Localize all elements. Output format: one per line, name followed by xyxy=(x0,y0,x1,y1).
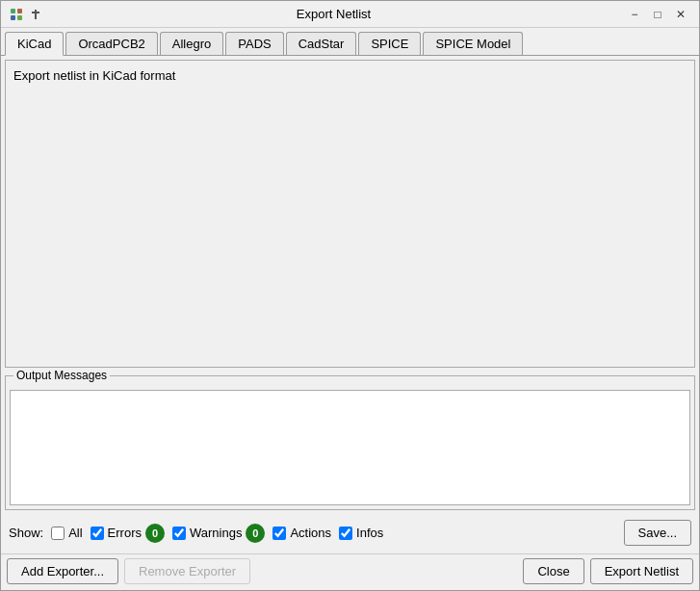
tab-spice-model[interactable]: SPICE Model xyxy=(423,32,523,55)
warnings-badge: 0 xyxy=(246,524,265,543)
tab-panel: Export netlist in KiCad format xyxy=(5,60,695,368)
tab-orcadpcb2[interactable]: OrcadPCB2 xyxy=(65,32,157,55)
tab-cadstar[interactable]: CadStar xyxy=(286,32,357,55)
minimize-button[interactable]: − xyxy=(624,4,645,25)
checkbox-warnings: Warnings 0 xyxy=(172,524,265,543)
add-exporter-button[interactable]: Add Exporter... xyxy=(7,558,118,584)
export-netlist-button[interactable]: Export Netlist xyxy=(590,558,693,584)
checkbox-infos: Infos xyxy=(339,526,383,540)
svg-rect-0 xyxy=(11,9,15,13)
checkbox-errors-label: Errors xyxy=(108,526,142,540)
checkbox-errors: Errors 0 xyxy=(91,524,165,543)
checkbox-infos-label: Infos xyxy=(356,526,383,540)
window-title: Export Netlist xyxy=(43,7,624,21)
output-messages-section: Output Messages xyxy=(5,375,695,510)
checkbox-warnings-input[interactable] xyxy=(172,527,186,540)
checkbox-all-input[interactable] xyxy=(51,527,65,540)
svg-rect-3 xyxy=(17,15,22,20)
close-dialog-button[interactable]: Close xyxy=(523,558,583,584)
checkbox-all-label: All xyxy=(68,526,82,540)
close-button[interactable]: ✕ xyxy=(670,4,691,25)
title-bar: Export Netlist − □ ✕ xyxy=(1,1,699,28)
checkbox-actions-input[interactable] xyxy=(272,527,286,540)
maximize-button[interactable]: □ xyxy=(647,4,668,25)
checkbox-warnings-label: Warnings xyxy=(190,526,242,540)
show-label: Show: xyxy=(9,526,43,540)
app-icon xyxy=(9,7,24,22)
output-messages-label: Output Messages xyxy=(13,369,110,382)
main-window: Export Netlist − □ ✕ KiCad OrcadPCB2 All… xyxy=(0,0,700,591)
footer-left: Add Exporter... Remove Exporter xyxy=(7,558,250,584)
window-controls: − □ ✕ xyxy=(624,4,691,25)
output-messages-area[interactable] xyxy=(10,390,690,505)
checkbox-all: All xyxy=(51,526,82,540)
tab-pads[interactable]: PADS xyxy=(225,32,283,55)
tab-kicad[interactable]: KiCad xyxy=(5,32,64,56)
checkbox-actions: Actions xyxy=(272,526,331,540)
pin-icon xyxy=(28,7,43,22)
tab-panel-description: Export netlist in KiCad format xyxy=(13,68,175,83)
footer-row: Add Exporter... Remove Exporter Close Ex… xyxy=(1,553,699,590)
checkbox-infos-input[interactable] xyxy=(339,527,352,540)
svg-rect-2 xyxy=(11,15,15,20)
errors-badge: 0 xyxy=(145,524,165,543)
save-button[interactable]: Save... xyxy=(624,520,691,546)
checkbox-actions-label: Actions xyxy=(290,526,331,540)
checkbox-errors-input[interactable] xyxy=(91,527,104,540)
tab-spice[interactable]: SPICE xyxy=(358,32,421,55)
show-row: Show: All Errors 0 Warnings 0 Actio xyxy=(5,514,695,550)
title-bar-icons xyxy=(9,7,43,22)
tabs-row: KiCad OrcadPCB2 Allegro PADS CadStar SPI… xyxy=(1,28,699,56)
main-content: Export netlist in KiCad format Output Me… xyxy=(1,56,699,553)
svg-rect-1 xyxy=(17,9,22,13)
footer-right: Close Export Netlist xyxy=(523,558,693,584)
tab-allegro[interactable]: Allegro xyxy=(160,32,223,55)
remove-exporter-button[interactable]: Remove Exporter xyxy=(124,558,250,584)
